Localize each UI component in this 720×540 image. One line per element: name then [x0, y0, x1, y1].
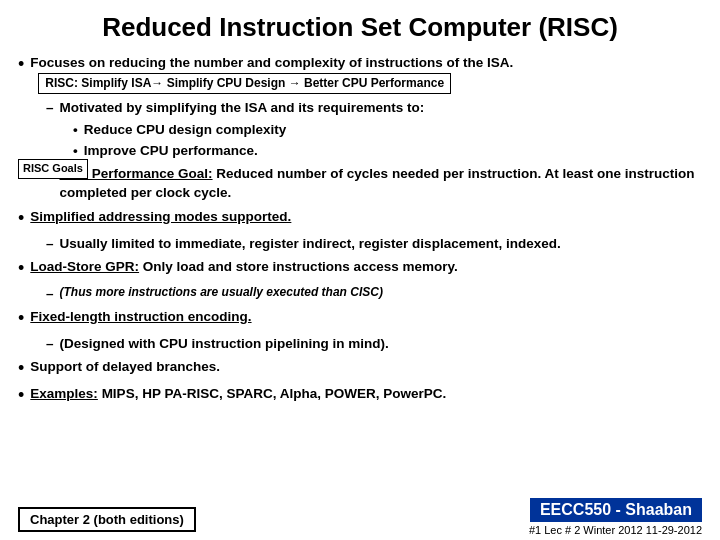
loadstore-label: Load-Store GPR: [30, 259, 139, 274]
examples-label: Examples: [30, 386, 98, 401]
bullet-dot-2: • [18, 207, 24, 230]
examples-text: MIPS, HP PA-RISC, SPARC, Alpha, POWER, P… [102, 386, 447, 401]
bullet-dot-6: • [18, 384, 24, 407]
bullet-dot-3: • [18, 257, 24, 280]
bullet-6: • Examples: MIPS, HP PA-RISC, SPARC, Alp… [18, 384, 702, 407]
bullet-3-text: Load-Store GPR: Only load and store inst… [30, 257, 457, 277]
bullet-4: • Fixed-length instruction encoding. [18, 307, 702, 330]
footer-brand: EECC550 - Shaaban [530, 498, 702, 522]
loadstore-sub: (Thus more instructions are usually exec… [60, 284, 383, 301]
sub-item-addressing: – Usually limited to immediate, register… [46, 234, 702, 254]
dash-1: – [46, 98, 54, 118]
bullet-2: • Simplified addressing modes supported. [18, 207, 702, 230]
slide: Reduced Instruction Set Computer (RISC) … [0, 0, 720, 540]
bullet-dot-1: • [18, 53, 24, 76]
dash-3: – [46, 234, 54, 254]
fixedlength-label: Fixed-length instruction encoding. [30, 309, 251, 324]
sub-sub-improve: • Improve CPU performance. [73, 141, 702, 161]
sub-item-motivated: – Motivated by simplifying the ISA and i… [46, 98, 702, 118]
footer-chapter: Chapter 2 (both editions) [18, 507, 196, 532]
bullet-1-text: Focuses on reducing the number and compl… [30, 53, 702, 94]
bullet-5: • Support of delayed branches. [18, 357, 702, 380]
bullet-1: • Focuses on reducing the number and com… [18, 53, 702, 94]
cpu-perf-text: CPU Performance Goal: Reduced number of … [60, 164, 702, 203]
risc-simplify-box: RISC: Simplify ISA→ Simplify CPU Design … [38, 73, 451, 94]
loadstore-text: Only load and store instructions access … [143, 259, 458, 274]
delayed-branches-text: Support of delayed branches. [30, 357, 220, 377]
reduce-text: Reduce CPU design complexity [84, 120, 287, 140]
sub-dot-1: • [73, 120, 78, 140]
sub-dot-2: • [73, 141, 78, 161]
bullet-dot-5: • [18, 357, 24, 380]
bullet-6-text: Examples: MIPS, HP PA-RISC, SPARC, Alpha… [30, 384, 446, 404]
slide-content: • Focuses on reducing the number and com… [18, 53, 702, 407]
dash-5: – [46, 334, 54, 354]
sub-item-loadstore: – (Thus more instructions are usually ex… [46, 284, 702, 304]
sub-sub-reduce: • Reduce CPU design complexity [73, 120, 702, 140]
improve-text: Improve CPU performance. [84, 141, 258, 161]
fixedlength-sub: (Designed with CPU instruction pipelinin… [60, 334, 389, 354]
bullet-1-main: Focuses on reducing the number and compl… [30, 55, 513, 70]
bullet-2-text: Simplified addressing modes supported. [30, 207, 291, 227]
sub-item-fixedlength: – (Designed with CPU instruction pipelin… [46, 334, 702, 354]
bullet-dot-4: • [18, 307, 24, 330]
risc-goals-label: RISC Goals [18, 159, 88, 179]
bullet-4-text: Fixed-length instruction encoding. [30, 307, 251, 327]
bullet-3: • Load-Store GPR: Only load and store in… [18, 257, 702, 280]
cpu-perf-item: – CPU Performance Goal: Reduced number o… [46, 164, 702, 203]
dash-4: – [46, 284, 54, 304]
slide-title: Reduced Instruction Set Computer (RISC) [18, 12, 702, 43]
footer-right: EECC550 - Shaaban #1 Lec # 2 Winter 2012… [529, 498, 702, 536]
footer-pagenum: #1 Lec # 2 Winter 2012 11-29-2012 [529, 524, 702, 536]
motivated-text: Motivated by simplifying the ISA and its… [60, 98, 425, 118]
simplified-label: Simplified addressing modes supported. [30, 209, 291, 224]
addressing-text: Usually limited to immediate, register i… [60, 234, 561, 254]
